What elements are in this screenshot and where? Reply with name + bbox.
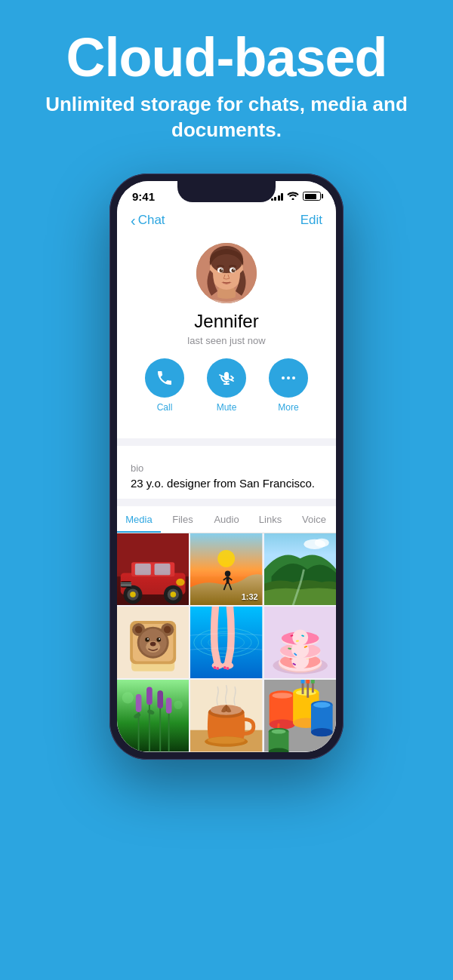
svg-rect-15 [117, 533, 189, 605]
media-item-pool[interactable] [190, 607, 262, 678]
bio-section: bio 23 y.o. designer from San Francisco. [117, 453, 336, 499]
tab-voice[interactable]: Voice [292, 506, 336, 533]
svg-rect-95 [146, 687, 153, 705]
divider-1 [117, 438, 336, 446]
wifi-icon [287, 191, 299, 202]
svg-rect-16 [117, 576, 189, 605]
svg-rect-28 [121, 581, 131, 587]
svg-point-27 [176, 579, 184, 586]
mute-label: Mute [217, 402, 237, 413]
call-label: Call [157, 402, 173, 413]
svg-rect-20 [155, 564, 171, 575]
profile-section: Jennifer last seen just now Call [117, 235, 336, 431]
svg-point-125 [271, 730, 285, 734]
tab-files[interactable]: Files [161, 506, 205, 533]
svg-point-65 [226, 667, 230, 670]
mute-action[interactable]: Mute [207, 358, 246, 413]
svg-rect-19 [135, 564, 151, 575]
phone-mockup: 9:41 [0, 174, 453, 760]
svg-rect-97 [166, 698, 172, 714]
back-chevron-icon: ‹ [131, 212, 136, 229]
svg-rect-131 [311, 680, 315, 684]
media-item-nature[interactable] [264, 533, 336, 605]
svg-point-62 [214, 666, 217, 669]
svg-point-113 [272, 693, 292, 699]
svg-point-120 [311, 728, 333, 736]
svg-rect-94 [136, 694, 142, 712]
avatar-image [196, 243, 257, 303]
media-item-flowers[interactable] [117, 680, 189, 751]
status-time: 9:41 [132, 190, 155, 203]
bio-label: bio [131, 462, 322, 474]
svg-point-6 [220, 269, 223, 272]
avatar [196, 243, 257, 303]
svg-point-64 [223, 666, 226, 669]
svg-point-26 [171, 591, 177, 598]
bio-text: 23 y.o. designer from San Francisco. [131, 477, 322, 490]
media-item-toast[interactable] [117, 607, 189, 678]
svg-rect-89 [117, 680, 189, 751]
svg-point-48 [164, 626, 171, 634]
action-buttons: Call Mu [145, 358, 308, 413]
tab-media[interactable]: Media [117, 506, 161, 533]
tabs-bar: Media Files Audio Links Voice [117, 506, 336, 533]
svg-point-12 [282, 376, 285, 379]
hero-subtitle: Unlimited storage for chats, media and d… [15, 92, 438, 143]
svg-point-22 [127, 588, 138, 600]
svg-point-63 [217, 667, 220, 670]
svg-point-101 [174, 701, 182, 709]
svg-point-100 [122, 692, 134, 703]
svg-point-21 [124, 585, 143, 604]
svg-rect-130 [306, 680, 310, 684]
svg-point-47 [135, 626, 143, 634]
svg-point-33 [218, 550, 236, 567]
svg-point-51 [150, 642, 156, 647]
back-label: Chat [138, 213, 165, 228]
call-action[interactable]: Call [145, 358, 184, 413]
svg-point-85 [292, 629, 308, 645]
phone-notch [177, 181, 276, 202]
svg-point-53 [156, 637, 161, 642]
divider-2 [117, 499, 336, 506]
hero-title: Cloud-based [15, 30, 438, 84]
media-item-donuts[interactable] [264, 607, 336, 678]
svg-point-39 [314, 538, 328, 546]
svg-point-121 [313, 702, 330, 708]
profile-name: Jennifer [194, 311, 258, 332]
svg-point-14 [292, 376, 295, 379]
svg-point-35 [225, 570, 231, 576]
back-button[interactable]: ‹ Chat [131, 212, 165, 229]
svg-rect-17 [121, 573, 186, 594]
tab-audio[interactable]: Audio [205, 506, 248, 533]
svg-point-13 [287, 376, 290, 379]
svg-rect-129 [300, 680, 304, 684]
svg-rect-96 [157, 691, 163, 709]
media-item-car[interactable] [117, 533, 189, 605]
status-icons [271, 191, 322, 202]
profile-status: last seen just now [187, 335, 265, 346]
svg-point-54 [147, 638, 149, 640]
svg-point-55 [159, 638, 160, 640]
more-label: More [278, 402, 298, 413]
svg-point-9 [233, 269, 235, 270]
media-item-coffee[interactable] [190, 680, 262, 751]
more-icon [269, 358, 308, 398]
media-item-beach[interactable]: 1:32 [190, 533, 262, 605]
svg-point-25 [168, 588, 179, 600]
media-item-paint[interactable] [264, 680, 336, 751]
video-badge: 1:32 [242, 592, 258, 601]
call-icon [145, 358, 184, 398]
media-grid: 1:32 [117, 533, 336, 752]
hero-section: Cloud-based Unlimited storage for chats,… [0, 0, 453, 158]
svg-point-108 [208, 737, 245, 745]
battery-icon [303, 192, 321, 201]
more-action[interactable]: More [269, 358, 308, 413]
svg-point-24 [164, 585, 183, 604]
mute-icon [207, 358, 246, 398]
edit-button[interactable]: Edit [300, 213, 322, 228]
svg-point-8 [221, 269, 223, 270]
phone-outer: 9:41 [109, 174, 344, 760]
svg-point-52 [145, 637, 149, 642]
phone-screen: 9:41 [117, 181, 336, 752]
tab-links[interactable]: Links [248, 506, 292, 533]
